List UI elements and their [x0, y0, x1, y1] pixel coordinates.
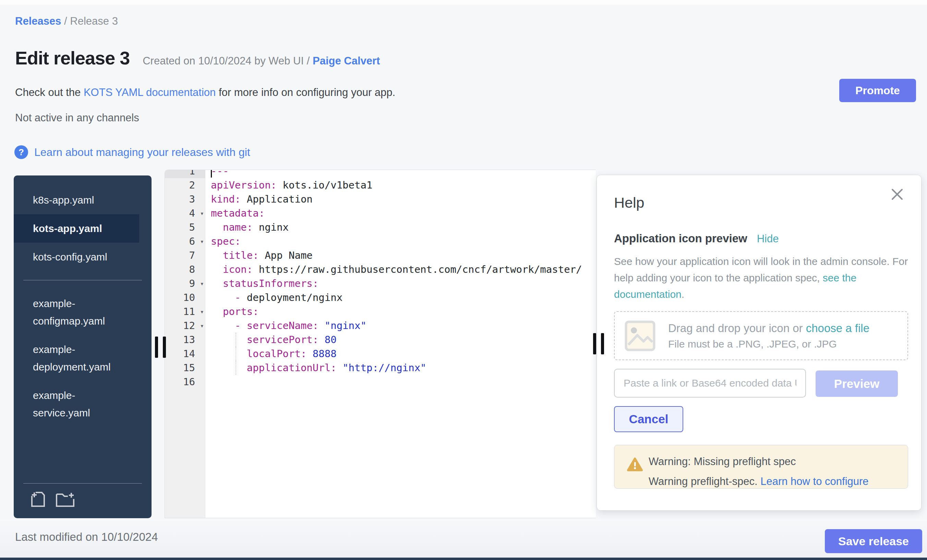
image-placeholder-icon — [624, 320, 656, 352]
editor-line-10[interactable]: 10 - deployment/nginx — [165, 291, 596, 305]
breadcrumb: Releases / Release 3 — [15, 15, 118, 27]
fold-arrow-icon[interactable]: ▾ — [200, 305, 204, 319]
choose-a-file-link[interactable]: choose a file — [806, 322, 869, 334]
subtitle-suffix: for more info on configuring your app. — [216, 87, 395, 99]
bottom-edge-strip — [0, 558, 927, 560]
new-folder-icon[interactable] — [56, 492, 75, 507]
sidebar-item-example-configmap.yaml[interactable]: example-configmap.yaml — [14, 289, 139, 335]
save-release-button[interactable]: Save release — [825, 529, 922, 553]
top-fade — [0, 0, 927, 5]
git-releases-link[interactable]: Learn about managing your releases with … — [34, 146, 250, 159]
line-number: 1 — [165, 170, 205, 178]
warning-title: Warning: Missing preflight spec — [649, 455, 898, 468]
breadcrumb-separator: / — [61, 15, 70, 27]
editor-line-16[interactable]: 16 — [165, 375, 596, 389]
icon-dropzone[interactable]: Drag and drop your icon or choose a file… — [614, 311, 908, 360]
editor-line-3[interactable]: 3kind: Application — [165, 192, 596, 206]
fold-arrow-icon[interactable]: ▾ — [200, 319, 204, 333]
editor-line-5[interactable]: 5 name: nginx — [165, 220, 596, 234]
created-text: Created on 10/10/2024 by Web UI / — [143, 55, 313, 67]
fold-arrow-icon[interactable]: ▾ — [200, 276, 204, 291]
text-cursor — [211, 170, 212, 178]
description-period: . — [682, 288, 684, 300]
line-number: 3 — [165, 192, 205, 206]
sidebar-item-example-deployment.yaml[interactable]: example-deployment.yaml — [14, 335, 139, 381]
cancel-button[interactable]: Cancel — [614, 406, 683, 432]
description-text: See how your application icon will look … — [614, 256, 908, 284]
learn-how-to-configure-link[interactable]: Learn how to configure — [760, 475, 868, 487]
preflight-warning-box: Warning: Missing preflight spec Warning … — [614, 445, 908, 489]
line-number: 7 — [165, 249, 205, 263]
close-icon[interactable] — [890, 187, 905, 202]
sidebar-resize-handle[interactable] — [155, 337, 166, 358]
promote-button[interactable]: Promote — [839, 79, 916, 102]
line-number: 10 — [165, 291, 205, 305]
sidebar-item-example-service.yaml[interactable]: example-service.yaml — [14, 381, 139, 427]
breadcrumb-releases-link[interactable]: Releases — [15, 15, 61, 27]
editor-line-4[interactable]: 4▾metadata: — [165, 206, 596, 220]
line-number: 14 — [165, 347, 205, 361]
resize-bar — [593, 333, 596, 354]
editor-line-14[interactable]: 14 localPort: 8888 — [165, 347, 596, 361]
editor-line-7[interactable]: 7 title: App Name — [165, 249, 596, 263]
warning-detail: Warning preflight-spec. Learn how to con… — [649, 475, 898, 488]
last-modified-text: Last modified on 10/10/2024 — [15, 531, 158, 543]
file-sidebar: k8s-app.yamlkots-app.yamlkots-config.yam… — [14, 176, 152, 518]
editor-line-9[interactable]: 9▾ statusInformers: — [165, 276, 596, 291]
help-panel-title: Help — [614, 194, 644, 211]
preview-button[interactable]: Preview — [816, 370, 898, 397]
help-panel-resize-handle[interactable] — [593, 333, 604, 354]
editor-line-6[interactable]: 6▾spec: — [165, 234, 596, 249]
line-number: 15 — [165, 361, 205, 375]
breadcrumb-current: Release 3 — [70, 15, 118, 27]
line-number: 4▾ — [165, 206, 205, 220]
sidebar-item-kots-config.yaml[interactable]: kots-config.yaml — [14, 243, 139, 271]
editor-line-8[interactable]: 8 icon: https://raw.githubusercontent.co… — [165, 263, 596, 276]
sidebar-bottom-toolbar — [14, 483, 152, 518]
subtitle: Check out the KOTS YAML documentation fo… — [15, 87, 395, 99]
help-panel: Help Application icon preview Hide See h… — [597, 175, 921, 511]
dropzone-text: Drag and drop your icon or choose a file… — [668, 322, 869, 350]
editor-line-2[interactable]: 2apiVersion: kots.io/v1beta1 — [165, 178, 596, 192]
line-number: 12▾ — [165, 319, 205, 333]
new-file-icon[interactable] — [31, 492, 45, 507]
line-number: 13 — [165, 333, 205, 347]
edit-release-page: Releases / Release 3 Edit release 3 Crea… — [0, 0, 927, 560]
editor-line-12[interactable]: 12▾ - serviceName: "nginx" — [165, 319, 596, 333]
created-author-link[interactable]: Paige Calvert — [313, 55, 380, 67]
created-info: Created on 10/10/2024 by Web UI / Paige … — [143, 55, 380, 67]
line-number: 5 — [165, 220, 205, 234]
editor-line-1[interactable]: 1--- — [165, 170, 596, 178]
page-title: Edit release 3 — [15, 47, 129, 68]
resize-bar — [155, 337, 158, 358]
fold-arrow-icon[interactable]: ▾ — [200, 206, 204, 220]
git-help-row: ? Learn about managing your releases wit… — [14, 145, 250, 159]
yaml-editor[interactable]: 1---2apiVersion: kots.io/v1beta13kind: A… — [164, 170, 596, 518]
kots-yaml-docs-link[interactable]: KOTS YAML documentation — [84, 87, 216, 99]
editor-line-11[interactable]: 11▾ ports: — [165, 305, 596, 319]
resize-bar — [601, 333, 604, 354]
hide-link[interactable]: Hide — [757, 233, 779, 245]
warning-detail-text: Warning preflight-spec. — [649, 475, 760, 487]
sidebar-divider — [23, 280, 142, 280]
sidebar-item-kots-app.yaml[interactable]: kots-app.yaml — [14, 214, 139, 243]
line-number: 6▾ — [165, 234, 205, 249]
icon-preview-section-header: Application icon preview Hide — [614, 232, 779, 245]
icon-preview-title: Application icon preview — [614, 232, 748, 245]
editor-line-15[interactable]: 15 applicationUrl: "http://nginx" — [165, 361, 596, 375]
icon-url-input[interactable] — [614, 369, 806, 398]
resize-bar — [163, 337, 166, 358]
line-number: 11▾ — [165, 305, 205, 319]
line-number: 8 — [165, 263, 205, 276]
sidebar-item-k8s-app.yaml[interactable]: k8s-app.yaml — [14, 186, 139, 214]
editor-content[interactable]: 1---2apiVersion: kots.io/v1beta13kind: A… — [165, 170, 596, 389]
sidebar-file-list: k8s-app.yamlkots-app.yamlkots-config.yam… — [14, 186, 152, 427]
title-row: Edit release 3 Created on 10/10/2024 by … — [15, 47, 380, 68]
dropzone-file-types: File must be a .PNG, .JPEG, or .JPG — [668, 338, 869, 350]
editor-line-13[interactable]: 13 servicePort: 80 — [165, 333, 596, 347]
fold-arrow-icon[interactable]: ▾ — [200, 234, 204, 249]
dropzone-line1-text: Drag and drop your icon or — [668, 322, 806, 334]
sidebar-bottom-divider — [23, 483, 142, 484]
channel-status: Not active in any channels — [15, 112, 139, 124]
line-number: 9▾ — [165, 276, 205, 291]
